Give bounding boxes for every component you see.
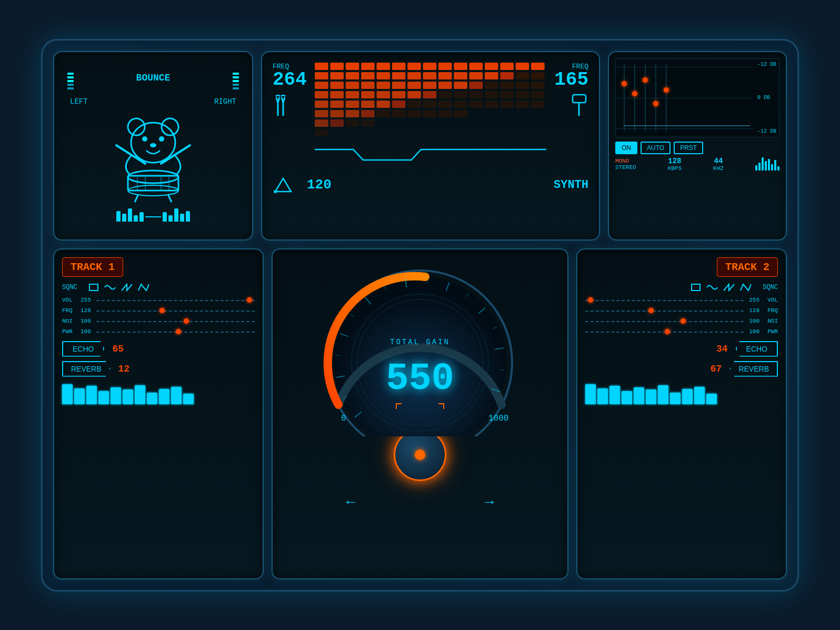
- bear-mascot: [101, 108, 206, 203]
- eq-mini-bars: [755, 157, 779, 171]
- wave-square-icon-2[interactable]: [691, 283, 701, 292]
- svg-rect-43: [392, 72, 406, 79]
- wave-triangle-icon[interactable]: [138, 283, 149, 292]
- svg-rect-72: [376, 91, 390, 98]
- meter-bar: [67, 84, 74, 86]
- svg-rect-54: [330, 82, 344, 89]
- track1-panel: TRACK 1 SQNC VOL: [53, 248, 264, 579]
- track2-noi-label: NOI: [759, 318, 778, 324]
- track2-frq-slider[interactable]: [585, 307, 744, 314]
- track1-frq-value: 128: [81, 307, 96, 314]
- kbps-label: KBPS: [668, 165, 682, 172]
- svg-rect-109: [330, 119, 344, 127]
- svg-rect-52: [531, 72, 545, 79]
- svg-rect-80: [500, 91, 514, 98]
- eq-on-button[interactable]: ON: [615, 142, 637, 154]
- left-label: LEFT: [70, 97, 88, 106]
- svg-rect-68: [315, 91, 328, 98]
- svg-rect-104: [407, 110, 421, 117]
- track2-vol-row: VOL 255: [585, 297, 778, 303]
- prev-arrow[interactable]: ←: [346, 494, 355, 511]
- svg-point-3: [162, 118, 178, 135]
- drum-panel-top: BOUNCE: [62, 70, 244, 92]
- svg-rect-86: [361, 101, 375, 108]
- track1-echo-button[interactable]: ECHO: [62, 341, 104, 357]
- eq-khz: 44 KHZ: [713, 157, 724, 172]
- svg-rect-45: [423, 72, 436, 79]
- meter-bar: [67, 87, 74, 89]
- wave-square-icon[interactable]: [88, 283, 99, 292]
- svg-line-131: [335, 355, 341, 355]
- svg-rect-36: [515, 63, 529, 70]
- wave-sawtooth-icon[interactable]: [121, 283, 133, 292]
- track1-pwr-row: PWR 100: [62, 328, 255, 335]
- svg-rect-77: [454, 91, 467, 98]
- track1-noi-slider[interactable]: [96, 318, 255, 324]
- track2-pwr-value: 100: [744, 328, 759, 335]
- svg-text:0: 0: [341, 414, 346, 423]
- svg-rect-44: [407, 72, 421, 79]
- drum-panel: BOUNCE LEFT RIGHT: [53, 51, 253, 241]
- track2-echo-button[interactable]: ECHO: [736, 341, 778, 357]
- track1-vol-slider[interactable]: [96, 297, 255, 303]
- track1-pwr-slider[interactable]: [96, 328, 255, 335]
- wave-sine-icon[interactable]: [104, 283, 116, 292]
- svg-rect-56: [361, 82, 375, 89]
- meter-bar: [67, 80, 74, 82]
- svg-rect-71: [361, 91, 375, 98]
- svg-rect-46: [438, 72, 452, 79]
- svg-point-4: [131, 123, 175, 163]
- track2-vol-slider[interactable]: [585, 297, 744, 303]
- top-row: BOUNCE LEFT RIGHT: [53, 51, 787, 241]
- wave-sawtooth-icon-2[interactable]: [723, 283, 735, 292]
- track2-reverb-button[interactable]: REVERB: [729, 361, 778, 377]
- svg-rect-112: [315, 129, 328, 136]
- track2-frq-row: FRQ 128: [585, 307, 778, 314]
- eq-slider-4[interactable]: [655, 64, 656, 132]
- svg-line-12: [168, 194, 172, 202]
- svg-rect-42: [376, 72, 390, 79]
- track2-title: TRACK 2: [717, 257, 778, 277]
- eq-slider-2[interactable]: [634, 64, 635, 132]
- track2-pwr-slider[interactable]: [585, 328, 744, 335]
- eq-slider-1[interactable]: [624, 64, 625, 132]
- nav-arrows: ← →: [346, 494, 494, 511]
- track1-mini-eq: [62, 383, 255, 404]
- synth-label: SYNTH: [554, 178, 588, 192]
- svg-rect-81: [515, 91, 529, 98]
- track1-noi-value: 100: [81, 318, 96, 324]
- track1-reverb-button[interactable]: REVERB: [62, 361, 111, 377]
- svg-rect-29: [407, 63, 421, 70]
- svg-rect-63: [469, 82, 483, 89]
- wave-triangle-icon-2[interactable]: [740, 283, 752, 292]
- track2-pwr-label: PWR: [759, 328, 778, 335]
- svg-rect-66: [515, 82, 529, 89]
- eq-auto-button[interactable]: AUTO: [641, 142, 671, 154]
- svg-text:1000: 1000: [488, 414, 508, 423]
- svg-rect-64: [485, 82, 498, 89]
- track2-pwr-row: PWR 100: [585, 328, 778, 335]
- eq-slider-5[interactable]: [666, 64, 667, 132]
- eq-panel: -12 DB 0 DB -12 DB: [608, 51, 787, 241]
- eq-slider-3[interactable]: [645, 64, 646, 132]
- svg-rect-98: [315, 110, 328, 117]
- track1-vol-row: VOL 255: [62, 297, 255, 303]
- next-arrow[interactable]: →: [485, 494, 494, 511]
- svg-line-11: [135, 194, 138, 202]
- svg-rect-47: [454, 72, 467, 79]
- track1-reverb-value: 12: [118, 364, 130, 374]
- track2-sqnc-label: SQNC: [757, 284, 778, 291]
- svg-rect-89: [407, 101, 421, 108]
- track2-reverb-label: REVERB: [738, 365, 769, 373]
- svg-rect-27: [376, 63, 390, 70]
- wave-sine-icon-2[interactable]: [706, 283, 718, 292]
- track1-vol-label: VOL: [62, 297, 81, 303]
- freq-left: FREQ 264: [273, 63, 307, 171]
- eq-graph: -12 DB 0 DB -12 DB: [615, 58, 779, 137]
- eq-mono-stereo: MONO STEREO: [615, 158, 636, 171]
- eq-prst-button[interactable]: PRST: [674, 142, 703, 154]
- track2-vol-label: VOL: [759, 297, 778, 303]
- track1-frq-slider[interactable]: [96, 307, 255, 314]
- track2-noi-slider[interactable]: [585, 318, 744, 324]
- meter-bar: [233, 84, 239, 86]
